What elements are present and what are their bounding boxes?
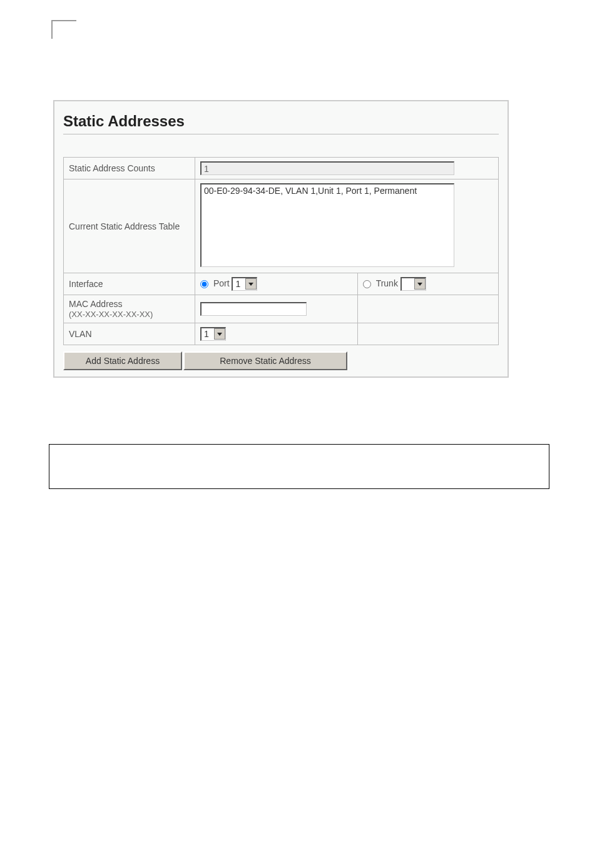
- static-addresses-panel: Static Addresses Static Address Counts C…: [53, 100, 509, 378]
- cell-interface-trunk: Trunk: [358, 273, 499, 295]
- trunk-select[interactable]: [401, 277, 426, 291]
- cell-static-address-counts: [195, 158, 499, 179]
- chevron-down-icon[interactable]: [414, 278, 426, 290]
- cell-mac-empty: [358, 295, 499, 323]
- mac-label-format: (XX-XX-XX-XX-XX-XX): [69, 310, 153, 319]
- label-current-static-address-table: Current Static Address Table: [64, 179, 195, 273]
- port-select[interactable]: 1: [232, 277, 257, 291]
- lower-empty-box: [49, 444, 549, 489]
- label-static-address-counts: Static Address Counts: [64, 158, 195, 179]
- port-select-value: 1: [233, 278, 245, 290]
- static-address-counts-field: [200, 161, 454, 175]
- label-interface: Interface: [64, 273, 195, 295]
- cell-current-static-address-table: 00-E0-29-94-34-DE, VLAN 1,Unit 1, Port 1…: [195, 179, 499, 273]
- mac-label-text: MAC Address: [69, 299, 123, 309]
- radio-port-label: Port: [213, 278, 230, 288]
- cell-vlan-empty: [358, 323, 499, 345]
- page-title: Static Addresses: [63, 113, 499, 134]
- radio-trunk[interactable]: [363, 280, 371, 288]
- radio-port[interactable]: [200, 280, 208, 288]
- button-row: Add Static AddressRemove Static Address: [63, 351, 499, 370]
- vlan-select[interactable]: 1: [200, 327, 226, 341]
- cell-vlan: 1: [195, 323, 358, 345]
- label-mac-address: MAC Address (XX-XX-XX-XX-XX-XX): [64, 295, 195, 323]
- radio-trunk-label: Trunk: [376, 278, 398, 288]
- cell-mac-address: [195, 295, 358, 323]
- mac-address-input[interactable]: [200, 302, 307, 316]
- cell-interface-port: Port 1: [195, 273, 358, 295]
- config-table: Static Address Counts Current Static Add…: [63, 157, 499, 345]
- label-vlan: VLAN: [64, 323, 195, 345]
- remove-static-address-button[interactable]: Remove Static Address: [183, 351, 347, 370]
- vlan-select-value: 1: [202, 328, 214, 340]
- add-static-address-button[interactable]: Add Static Address: [63, 351, 182, 370]
- page-corner-mark: [51, 20, 76, 39]
- chevron-down-icon[interactable]: [214, 328, 225, 340]
- list-item[interactable]: 00-E0-29-94-34-DE, VLAN 1,Unit 1, Port 1…: [204, 186, 451, 196]
- current-static-address-list[interactable]: 00-E0-29-94-34-DE, VLAN 1,Unit 1, Port 1…: [200, 183, 454, 267]
- chevron-down-icon[interactable]: [245, 278, 257, 290]
